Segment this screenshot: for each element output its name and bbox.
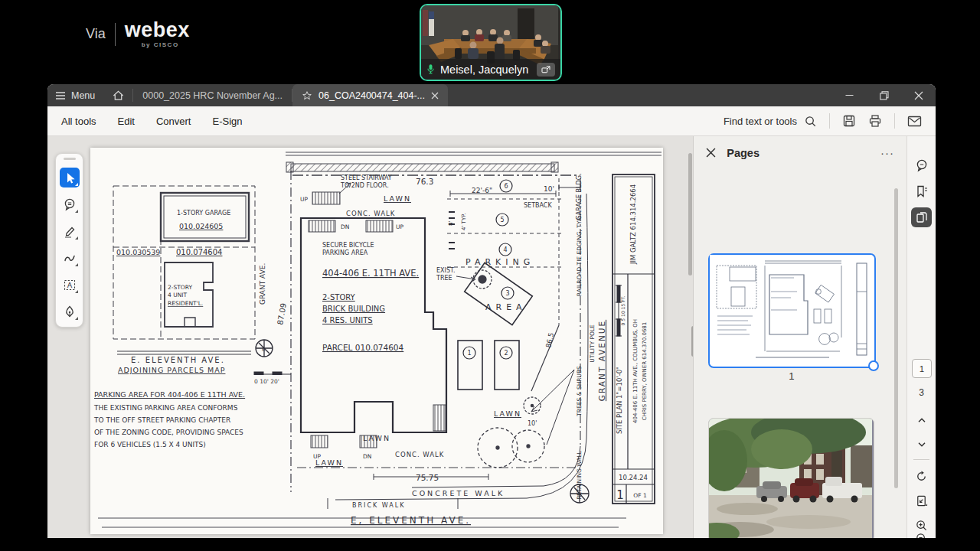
label-exist-tree: TREE	[436, 275, 452, 282]
zoom-out-icon	[915, 532, 928, 539]
add-text-tool[interactable]: A	[60, 275, 80, 295]
save-icon[interactable]	[842, 114, 856, 128]
rail-divider	[913, 459, 929, 460]
comment-tool-flyout	[75, 210, 78, 213]
label-lawn-2: LAWN	[494, 409, 521, 418]
label-n5: 5	[500, 217, 504, 223]
popout-icon	[541, 66, 550, 73]
tab-coa2400474[interactable]: 06_COA2400474_404-...	[292, 84, 448, 106]
label-inset-eleventh: E. ELEVENTH AVE.	[131, 356, 225, 364]
close-tab-icon[interactable]	[431, 92, 439, 99]
comment-tool[interactable]	[60, 194, 80, 214]
highlight-tool-flyout	[75, 236, 78, 240]
menu-button[interactable]: Menu	[47, 84, 104, 106]
label-railroad: RAILROAD TIE EDGING, TYP.	[576, 217, 583, 296]
page-thumbnail-2[interactable]	[708, 418, 874, 538]
label-steel-stairway-1: STEEL STAIRWAY	[341, 174, 392, 181]
total-pages-label: 3	[907, 387, 936, 398]
star-icon[interactable]	[302, 90, 312, 101]
close-window-button[interactable]	[901, 84, 936, 106]
next-page-button[interactable]	[911, 435, 932, 455]
bookmarks-icon	[915, 184, 929, 198]
note-line-1: THE EXISTING PARKING AREA CONFORMS	[93, 404, 238, 412]
tab-hrc-november-agenda[interactable]: 0000_2025 HRC November Ag...	[133, 84, 292, 106]
pdf-page-site-plan[interactable]: STEEL STAIRWAY TO 2ND FLOOR. 76.3 LAWN U…	[90, 148, 663, 534]
label-concrete-walk: CONCRETE WALK	[412, 489, 505, 497]
label-dim-4typ: 4' TYP.	[461, 213, 467, 230]
title-block-text: JIM GALTZ 614.314.2664 SITE PLAN 1"=10'-…	[616, 184, 648, 502]
panel-overflow-menu[interactable]: ···	[880, 146, 894, 159]
label-dn-1: DN	[341, 223, 349, 230]
restore-button[interactable]	[867, 84, 901, 106]
select-tool-flyout	[75, 183, 78, 186]
document-canvas[interactable]: STEEL STAIRWAY TO 2ND FLOOR. 76.3 LAWN U…	[47, 136, 693, 538]
bookmarks-panel-button[interactable]	[911, 181, 932, 201]
webex-brand-label: webex	[125, 20, 190, 41]
webex-logo: Via webex by CISCO	[86, 20, 190, 48]
active-speaker-video[interactable]: Meisel, Jacquelyn	[420, 4, 562, 81]
note-line-2: TO THE OFF STREET PARKING CHAPTER	[93, 416, 230, 424]
label-address: 404-406 E. 11TH AVE.	[322, 268, 419, 279]
label-north-1: N.	[262, 347, 266, 352]
rotate-page-button[interactable]	[911, 466, 932, 486]
select-tool[interactable]	[60, 168, 80, 187]
popout-video-button[interactable]	[537, 63, 555, 77]
space-number-texts: 6 5 4 3 1 2	[467, 183, 509, 357]
esign-button[interactable]: E-Sign	[212, 116, 242, 127]
palette-grip[interactable]	[64, 158, 76, 160]
label-conc-walk-1: CONC. WALK	[346, 210, 395, 217]
close-panel-icon[interactable]	[706, 148, 716, 158]
page-1-label: 1	[708, 370, 874, 382]
page-thumbnails-panel-button[interactable]	[911, 207, 932, 227]
highlight-tool[interactable]	[60, 221, 80, 241]
label-inset-garage: 1-STORY GARAGE	[177, 210, 230, 217]
site-plan-drawing: STEEL STAIRWAY TO 2ND FLOOR. 76.3 LAWN U…	[90, 148, 663, 534]
label-inset-grant: GRANT AVE.	[259, 263, 266, 305]
add-text-tool-flyout	[75, 290, 78, 293]
thumbnail-selection-handle[interactable]	[868, 360, 879, 371]
find-text-button[interactable]: Find text or tools	[724, 115, 817, 128]
convert-button[interactable]: Convert	[156, 116, 191, 127]
comments-panel-button[interactable]	[911, 155, 932, 175]
acrobat-toolbar: All tools Edit Convert E-Sign Find text …	[47, 106, 936, 136]
panel-resize-handle[interactable]	[691, 326, 693, 357]
document-scrollbar[interactable]	[688, 153, 692, 276]
zoom-out-button[interactable]	[911, 528, 932, 538]
tb-date: 10.24.24	[619, 474, 648, 481]
video-caption-bar: Meisel, Jacquelyn	[421, 59, 560, 80]
fill-sign-tool[interactable]	[60, 302, 80, 321]
edit-button[interactable]: Edit	[118, 116, 135, 127]
label-inset-map-title: ADJOINING PARCELS MAP	[118, 366, 225, 374]
previous-page-button[interactable]	[911, 410, 932, 430]
home-button[interactable]	[104, 84, 132, 106]
tb-sheet-no: 1	[616, 488, 624, 502]
current-page-input[interactable]: 1	[912, 359, 932, 378]
all-tools-button[interactable]: All tools	[61, 116, 96, 127]
tb-bar-scale: 0 5 10 15 FT.	[620, 296, 626, 326]
label-n6: 6	[504, 183, 508, 190]
toolbar-right: Find text or tools	[724, 113, 922, 129]
close-window-icon	[914, 91, 923, 100]
label-n2: 2	[504, 350, 508, 357]
print-icon[interactable]	[868, 114, 882, 128]
label-lawn-1: LAWN	[384, 194, 411, 203]
toolbar-divider-2	[894, 113, 895, 129]
parking-note: PARKING AREA FOR 404-406 E 11TH AVE. THE…	[93, 390, 245, 448]
label-inset-res-1: 2-STORY	[168, 284, 192, 291]
page-thumbnail-1[interactable]	[708, 253, 876, 368]
label-bike-1: SECURE BICYCLE	[322, 242, 374, 249]
search-icon	[804, 115, 817, 128]
pages-panel-scrollbar[interactable]	[894, 188, 898, 488]
email-icon[interactable]	[907, 115, 922, 128]
quick-tools-palette: A	[55, 153, 83, 328]
minimize-button[interactable]	[832, 84, 867, 106]
tb-author: JIM GALTZ 614.314.2664	[629, 184, 637, 265]
fit-page-button[interactable]	[911, 491, 932, 510]
pages-panel-title: Pages	[727, 147, 760, 159]
label-bike-2: PARKING AREA	[322, 249, 368, 256]
label-inset-scale: 0 10' 20'	[254, 378, 279, 385]
note-line-4: FOR 6 VEHICLES (1.5 X 4 UNITS)	[94, 441, 206, 448]
label-parcel: PARCEL 010.074604	[322, 343, 404, 352]
find-label: Find text or tools	[724, 116, 797, 127]
draw-tool[interactable]	[60, 248, 80, 268]
